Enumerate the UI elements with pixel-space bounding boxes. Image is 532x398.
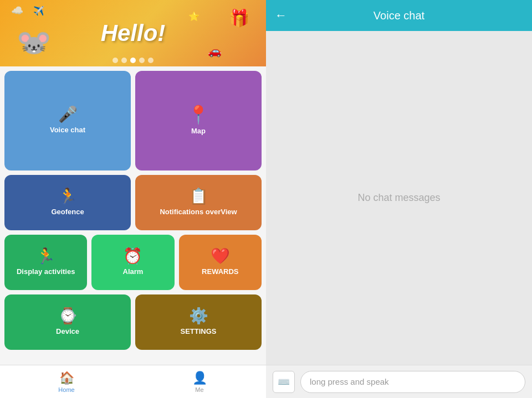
banner: ☁️ ✈️ 🐭 🎁 🚗 ⭐ Hello! (0, 0, 266, 66)
dot-1 (112, 58, 118, 63)
voice-chat-title: Voice chat (374, 9, 424, 22)
grid-row-3: 🏃 Display activities ⏰ Alarm ❤️ REWARDS (4, 235, 262, 290)
rewards-tile[interactable]: ❤️ REWARDS (179, 235, 262, 290)
rewards-label: REWARDS (202, 267, 238, 276)
speak-input[interactable]: long press and speak (300, 371, 525, 393)
settings-tile[interactable]: ⚙️ SETTINGS (135, 294, 262, 350)
geofence-tile[interactable]: 🏃 Geofence (4, 175, 131, 230)
grid-row-1: 🎤 Voice chat 📍 Map (4, 71, 262, 170)
map-tile[interactable]: 📍 Map (135, 71, 262, 170)
back-button[interactable]: ← (275, 8, 287, 23)
alarm-icon: ⏰ (123, 249, 142, 264)
device-tile[interactable]: ⌚ Device (4, 294, 131, 350)
map-pin-icon: 📍 (187, 106, 209, 123)
activity-icon: 🏃 (36, 249, 55, 264)
display-activities-tile[interactable]: 🏃 Display activities (4, 235, 87, 290)
dot-3 (130, 58, 136, 63)
map-label: Map (191, 127, 206, 136)
grid-row-4: ⌚ Device ⚙️ SETTINGS (4, 294, 262, 350)
app-grid: 🎤 Voice chat 📍 Map 🏃 Geofence 📋 Notifica… (0, 66, 266, 365)
notifications-label: Notifications overView (160, 208, 237, 216)
gear-icon: ⚙️ (189, 308, 208, 324)
settings-label: SETTINGS (180, 327, 216, 336)
dot-2 (121, 58, 127, 63)
grid-row-2: 🏃 Geofence 📋 Notifications overView (4, 175, 262, 230)
chat-messages-area: No chat messages (266, 31, 532, 365)
dot-5 (148, 58, 154, 63)
device-label: Device (56, 327, 79, 336)
runner-icon: 🏃 (58, 189, 78, 204)
right-panel: ← Voice chat No chat messages ⌨️ long pr… (266, 0, 532, 398)
person-icon: 👤 (192, 371, 207, 385)
character-decoration: 🐭 (17, 27, 51, 59)
geofence-label: Geofence (51, 208, 84, 216)
left-panel: ☁️ ✈️ 🐭 🎁 🚗 ⭐ Hello! 🎤 Voice chat 📍 Map (0, 0, 266, 398)
dot-4 (139, 58, 145, 63)
no-messages-text: No chat messages (357, 192, 440, 204)
heart-icon: ❤️ (211, 249, 230, 264)
alarm-label: Alarm (123, 267, 144, 276)
voice-chat-header: ← Voice chat (266, 0, 532, 31)
banner-hello-text: Hello! (101, 20, 166, 46)
notifications-tile[interactable]: 📋 Notifications overView (135, 175, 262, 230)
keyboard-button[interactable]: ⌨️ (273, 371, 295, 393)
microphone-icon: 🎤 (58, 107, 78, 122)
keyboard-icon: ⌨️ (278, 376, 290, 388)
watch-icon: ⌚ (58, 308, 78, 324)
notifications-icon: 📋 (189, 189, 208, 204)
plane-decoration: ✈️ (33, 6, 44, 16)
voice-input-area: ⌨️ long press and speak (266, 365, 532, 398)
car-decoration: 🚗 (208, 44, 222, 58)
alarm-tile[interactable]: ⏰ Alarm (91, 235, 174, 290)
home-nav-label: Home (58, 386, 74, 393)
voice-chat-tile[interactable]: 🎤 Voice chat (4, 71, 131, 170)
speak-placeholder: long press and speak (310, 377, 389, 386)
banner-dots-container (0, 58, 266, 63)
nav-me[interactable]: 👤 Me (133, 365, 266, 398)
bottom-nav: 🏠 Home 👤 Me (0, 365, 266, 398)
gift-decoration: 🎁 (229, 8, 249, 28)
nav-home[interactable]: 🏠 Home (0, 365, 133, 398)
me-nav-label: Me (195, 386, 203, 393)
display-activities-label: Display activities (17, 267, 75, 276)
home-icon: 🏠 (59, 371, 74, 385)
star-decoration: ⭐ (188, 11, 200, 22)
voice-chat-label: Voice chat (50, 126, 85, 135)
cloud-decoration: ☁️ (11, 4, 23, 17)
